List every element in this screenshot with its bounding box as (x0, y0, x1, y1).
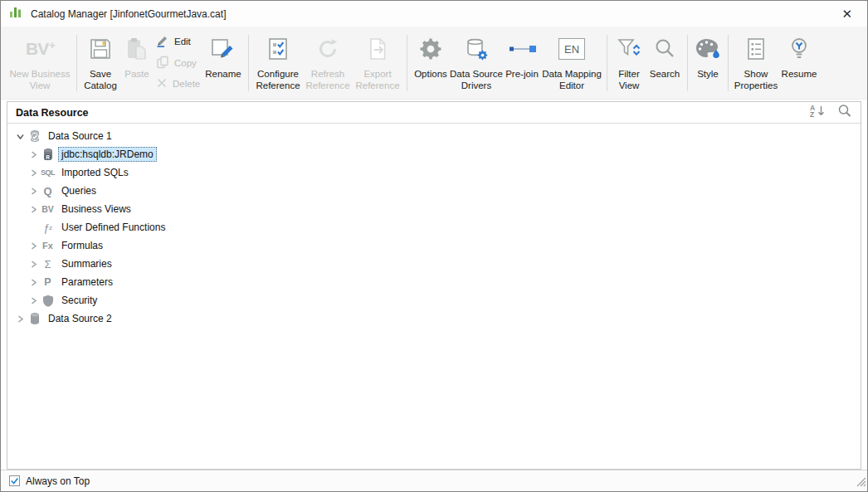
tree-item-label: Security (58, 293, 100, 308)
chevron-right-icon[interactable] (28, 242, 38, 250)
data-source-check-icon (27, 129, 42, 143)
query-icon: Q (40, 185, 56, 197)
panel-search-icon[interactable] (837, 104, 852, 122)
toolbar-separator (607, 35, 607, 91)
show-properties-button[interactable]: Show Properties (733, 29, 779, 97)
formula-icon: Fx (40, 241, 56, 251)
copy-button: Copy (156, 56, 201, 70)
refresh-reference-button: Refresh Reference (303, 29, 353, 97)
function-icon: ƒz (40, 222, 56, 234)
style-button[interactable]: Style (692, 29, 724, 97)
rename-icon (210, 29, 237, 69)
jdbc-connection-icon: R (40, 148, 56, 161)
language-en-icon: EN (558, 29, 585, 69)
tree-item-data-source-2[interactable]: Data Source 2 (7, 309, 861, 328)
status-bar: Always on Top (1, 470, 867, 491)
window-title: Catalog Manager [JinfonetGourmetJava.cat… (31, 8, 226, 20)
tree-item-queries[interactable]: Q Queries (7, 182, 861, 200)
chevron-right-icon[interactable] (28, 188, 38, 195)
palette-icon (695, 29, 721, 69)
main-toolbar: BV+ New Business View Save Catalog (1, 27, 867, 100)
configure-reference-button[interactable]: Configure Reference (253, 29, 303, 97)
database-icon (27, 312, 42, 325)
toolbar-separator (728, 35, 729, 91)
chevron-right-icon[interactable] (28, 261, 38, 268)
tree-item-label: Imported SQLs (58, 165, 132, 180)
svg-text:Z: Z (810, 110, 814, 118)
properties-list-icon (745, 29, 767, 69)
edit-copy-delete-group: Edit Copy Delete (154, 29, 202, 97)
toolbar-separator (248, 35, 249, 91)
resize-grip[interactable] (856, 475, 866, 490)
title-bar: Catalog Manager [JinfonetGourmetJava.cat… (1, 1, 867, 27)
chevron-right-icon[interactable] (15, 315, 25, 323)
join-link-icon (508, 29, 536, 69)
panel-header: Data Resource A Z (7, 102, 861, 124)
toolbar-separator (407, 35, 407, 91)
filter-view-button[interactable]: Filter View (612, 29, 646, 97)
export-reference-button: Export Reference (353, 29, 402, 97)
chevron-right-icon[interactable] (28, 169, 38, 177)
new-business-view-icon: BV+ (26, 29, 54, 69)
tree-item-business-views[interactable]: BV Business Views (7, 200, 861, 218)
svg-text:R: R (46, 154, 50, 160)
resume-button[interactable]: Resume (779, 29, 819, 97)
tree-item-label: Business Views (58, 202, 134, 217)
configure-reference-icon (266, 29, 290, 69)
data-resource-tree: Data Source 1 R jdbc:hsqldb:JRDemo (7, 124, 861, 328)
tree-item-label: User Defined Functions (58, 220, 168, 235)
filter-funnel-icon (617, 29, 641, 69)
lightbulb-icon (787, 29, 812, 69)
data-mapping-editor-button[interactable]: EN Data Mapping Editor (541, 29, 602, 97)
pre-join-button[interactable]: Pre-join (503, 29, 541, 97)
parameter-icon: P (40, 276, 56, 288)
chevron-right-icon[interactable] (28, 279, 38, 286)
chevron-right-icon[interactable] (28, 206, 38, 213)
sigma-icon: Σ (40, 258, 56, 270)
tree-item-data-source-1[interactable]: Data Source 1 (7, 127, 861, 145)
export-icon (365, 29, 390, 69)
delete-x-icon (156, 77, 168, 90)
search-button[interactable]: Search (646, 29, 683, 97)
shield-icon (40, 295, 56, 307)
tree-item-label: Data Source 1 (45, 129, 115, 144)
tree-item-summaries[interactable]: Σ Summaries (7, 255, 861, 273)
paste-icon (124, 29, 149, 69)
database-gear-icon (464, 29, 489, 69)
tree-item-label: Queries (58, 183, 100, 198)
tree-item-formulas[interactable]: Fx Formulas (7, 236, 861, 255)
chevron-down-icon[interactable] (15, 133, 25, 140)
copy-icon (156, 56, 169, 71)
save-icon (88, 29, 113, 69)
search-icon (652, 29, 677, 69)
app-logo-icon (9, 6, 24, 22)
tree-item-user-defined-functions[interactable]: ƒz User Defined Functions (7, 218, 861, 236)
close-button[interactable]: ✕ (835, 6, 859, 22)
new-business-view-button: BV+ New Business View (7, 29, 72, 97)
tree-item-imported-sqls[interactable]: SQL Imported SQLs (7, 163, 861, 182)
always-on-top-checkbox[interactable] (9, 475, 20, 486)
options-button[interactable]: Options (412, 29, 450, 97)
catalog-manager-window: Catalog Manager [JinfonetGourmetJava.cat… (0, 0, 868, 492)
paste-button: Paste (119, 29, 154, 97)
data-resource-panel: Data Resource A Z (7, 101, 861, 470)
chevron-right-icon[interactable] (28, 151, 38, 158)
data-source-drivers-button[interactable]: Data Source Drivers (450, 29, 503, 97)
sort-az-icon[interactable]: A Z (810, 104, 826, 121)
edit-pencil-icon (156, 34, 169, 49)
business-view-icon: BV (40, 204, 56, 214)
toolbar-separator (687, 35, 688, 91)
tree-item-parameters[interactable]: P Parameters (7, 273, 861, 291)
delete-button: Delete (156, 77, 201, 90)
gear-icon (418, 29, 443, 69)
chevron-right-icon[interactable] (28, 297, 38, 304)
panel-title: Data Resource (16, 107, 89, 119)
toolbar-separator (76, 35, 77, 91)
edit-button[interactable]: Edit (156, 35, 201, 48)
tree-item-jdbc-connection[interactable]: R jdbc:hsqldb:JRDemo (7, 145, 861, 163)
rename-button[interactable]: Rename (202, 29, 244, 97)
refresh-icon (315, 29, 340, 69)
tree-item-security[interactable]: Security (7, 291, 861, 309)
always-on-top-label: Always on Top (26, 475, 90, 487)
save-catalog-button[interactable]: Save Catalog (81, 29, 119, 97)
